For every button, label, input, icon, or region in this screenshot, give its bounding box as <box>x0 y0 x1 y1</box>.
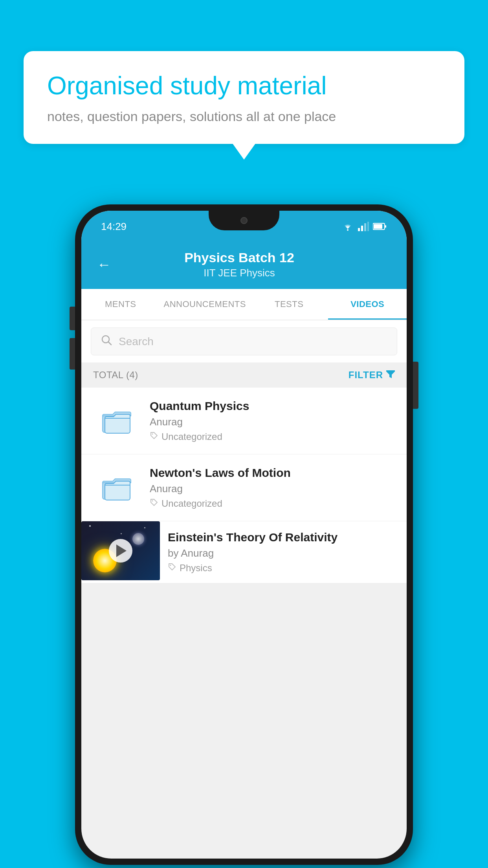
svg-point-15 <box>152 500 153 502</box>
back-button[interactable]: ← <box>97 256 111 273</box>
battery-icon <box>373 223 387 230</box>
status-icons <box>341 222 387 231</box>
header-title-area: Physics Batch 12 IIT JEE Physics <box>123 250 356 279</box>
volume-down-button <box>70 338 75 370</box>
list-item[interactable]: Einstein's Theory Of Relativity by Anura… <box>81 521 407 583</box>
wifi-icon <box>341 222 354 231</box>
play-button[interactable] <box>109 539 132 563</box>
list-item[interactable]: Quantum Physics Anurag Uncategorized <box>81 388 407 454</box>
svg-rect-7 <box>385 225 386 228</box>
einstein-author: by Anurag <box>168 547 397 559</box>
status-time: 14:29 <box>101 221 127 233</box>
video-folder-icon-2 <box>93 468 140 508</box>
search-icon <box>101 334 112 349</box>
svg-rect-11 <box>105 417 130 433</box>
tab-announcements[interactable]: ANNOUNCEMENTS <box>160 289 250 320</box>
svg-rect-2 <box>361 226 363 231</box>
star-2 <box>121 533 122 534</box>
camera-dot <box>240 217 248 224</box>
filter-icon <box>386 370 395 381</box>
tag-text: Uncategorized <box>161 431 222 442</box>
svg-rect-6 <box>374 224 382 229</box>
speech-bubble-title: Organised study material <box>47 71 441 101</box>
einstein-thumbnail <box>81 521 160 580</box>
tab-bar: MENTS ANNOUNCEMENTS TESTS VIDEOS <box>81 289 407 320</box>
app-header: ← Physics Batch 12 IIT JEE Physics <box>81 242 407 289</box>
svg-rect-4 <box>367 222 369 231</box>
video-tag: Uncategorized <box>150 431 395 442</box>
star-3 <box>144 527 145 528</box>
einstein-title: Einstein's Theory Of Relativity <box>168 531 397 544</box>
video-folder-icon <box>93 401 140 441</box>
einstein-tag: Physics <box>168 563 397 574</box>
volume-up-button <box>70 307 75 330</box>
speech-bubble-container: Organised study material notes, question… <box>24 51 464 144</box>
video-tag-2: Uncategorized <box>150 498 395 509</box>
search-bar[interactable]: Search <box>91 327 397 355</box>
video-info-2: Newton's Laws of Motion Anurag Uncategor… <box>150 466 395 509</box>
svg-point-12 <box>152 434 153 435</box>
video-author: Anurag <box>150 416 395 428</box>
phone-frame: 14:29 <box>75 204 413 865</box>
search-bar-container: Search <box>81 320 407 362</box>
video-title-2: Newton's Laws of Motion <box>150 466 395 480</box>
header-title: Physics Batch 12 <box>123 250 356 265</box>
svg-rect-3 <box>364 223 366 231</box>
tab-tests[interactable]: TESTS <box>250 289 328 320</box>
tab-ments[interactable]: MENTS <box>81 289 160 320</box>
play-triangle-icon <box>116 544 127 557</box>
total-count: TOTAL (4) <box>93 370 138 381</box>
svg-point-0 <box>347 229 349 231</box>
filter-bar: TOTAL (4) FILTER <box>81 362 407 388</box>
video-title: Quantum Physics <box>150 399 395 413</box>
tag-icon-3 <box>168 563 176 574</box>
speech-bubble: Organised study material notes, question… <box>24 51 464 144</box>
notch <box>209 211 279 230</box>
svg-line-9 <box>108 342 112 345</box>
status-bar: 14:29 <box>81 211 407 242</box>
header-subtitle: IIT JEE Physics <box>123 267 356 279</box>
speech-bubble-subtitle: notes, question papers, solutions all at… <box>47 109 441 124</box>
svg-point-16 <box>170 565 171 566</box>
phone-outer: 14:29 <box>75 204 413 865</box>
video-author-2: Anurag <box>150 483 395 495</box>
video-info: Quantum Physics Anurag Uncategorized <box>150 399 395 442</box>
svg-rect-1 <box>358 228 360 231</box>
search-input[interactable]: Search <box>119 335 154 348</box>
star-1 <box>89 525 91 527</box>
signal-icon <box>358 222 369 231</box>
tag-text-2: Uncategorized <box>161 498 222 509</box>
filter-label: FILTER <box>349 370 383 381</box>
tag-icon-2 <box>150 498 158 509</box>
tag-icon <box>150 431 158 442</box>
filter-button[interactable]: FILTER <box>349 370 395 381</box>
list-item[interactable]: Newton's Laws of Motion Anurag Uncategor… <box>81 454 407 521</box>
svg-rect-14 <box>105 484 130 500</box>
content-area: Quantum Physics Anurag Uncategorized <box>81 388 407 583</box>
phone-inner: 14:29 <box>81 211 407 859</box>
tag-text-3: Physics <box>180 563 212 574</box>
tab-videos[interactable]: VIDEOS <box>328 289 407 320</box>
einstein-info: Einstein's Theory Of Relativity by Anura… <box>160 521 407 583</box>
